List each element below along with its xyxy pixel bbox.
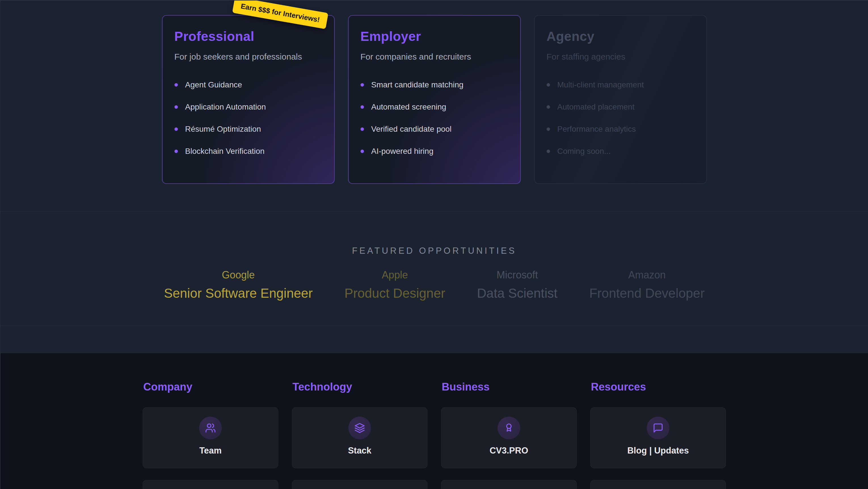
plan-card-employer[interactable]: Employer For companies and recruiters Sm… bbox=[348, 15, 521, 184]
featured-job-amazon[interactable]: Amazon Frontend Developer bbox=[589, 269, 705, 301]
plan-feature: Résumé Optimization bbox=[175, 124, 322, 134]
message-square-icon bbox=[653, 423, 663, 433]
bullet-dot-icon bbox=[175, 127, 178, 131]
feature-label: Agent Guidance bbox=[185, 80, 242, 89]
featured-job-apple[interactable]: Apple Product Designer bbox=[344, 269, 445, 301]
bullet-dot-icon bbox=[547, 149, 550, 153]
plan-feature: Performance analytics bbox=[547, 124, 694, 134]
pricing-section: Earn $$$ for Interviews! Professional Fo… bbox=[1, 1, 868, 212]
bullet-dot-icon bbox=[175, 149, 178, 153]
plan-feature: Automated placement bbox=[547, 103, 694, 112]
plan-title: Professional bbox=[175, 29, 322, 44]
plan-card-agency: Agency For staffing agencies Multi-clien… bbox=[534, 15, 707, 184]
footer-card-blog[interactable]: Blog | Updates bbox=[590, 407, 726, 468]
bullet-dot-icon bbox=[361, 83, 364, 87]
icon-circle bbox=[348, 416, 371, 439]
layers-icon bbox=[354, 423, 365, 433]
job-role: Senior Software Engineer bbox=[164, 286, 313, 301]
footer-column-technology: Technology Stack bbox=[292, 381, 428, 489]
plan-feature: Blockchain Verification bbox=[175, 147, 322, 156]
footer-card-label: CV3.PRO bbox=[490, 445, 528, 456]
section-spacer bbox=[1, 326, 868, 353]
footer-card-label: Stack bbox=[348, 445, 372, 456]
feature-label: Résumé Optimization bbox=[185, 124, 261, 134]
footer-card-label: Blog | Updates bbox=[627, 445, 689, 456]
footer-heading: Business bbox=[442, 381, 577, 393]
footer-card-stack[interactable]: Stack bbox=[292, 407, 428, 468]
footer-column-business: Business CV3.PRO bbox=[441, 381, 577, 489]
job-role: Frontend Developer bbox=[589, 286, 705, 301]
featured-jobs-row: Google Senior Software Engineer Apple Pr… bbox=[1, 269, 868, 301]
feature-label: Application Automation bbox=[185, 103, 266, 112]
plan-feature: AI-powered hiring bbox=[361, 147, 508, 156]
footer-card-cv3pro[interactable]: CV3.PRO bbox=[441, 407, 577, 468]
award-icon bbox=[503, 423, 514, 433]
plan-card-professional[interactable]: Earn $$$ for Interviews! Professional Fo… bbox=[162, 15, 335, 184]
featured-job-microsoft[interactable]: Microsoft Data Scientist bbox=[477, 269, 558, 301]
feature-label: Performance analytics bbox=[557, 124, 636, 134]
footer-heading: Resources bbox=[591, 381, 726, 393]
plan-feature: Verified candidate pool bbox=[361, 124, 508, 134]
plan-feature: Multi-client management bbox=[547, 80, 694, 89]
feature-label: Verified candidate pool bbox=[371, 124, 452, 134]
footer-card-partial[interactable] bbox=[292, 480, 428, 489]
feature-label: Smart candidate matching bbox=[371, 80, 464, 89]
feature-label: Automated placement bbox=[557, 103, 634, 112]
plan-feature-list: Agent Guidance Application Automation Ré… bbox=[175, 80, 322, 156]
job-company: Google bbox=[164, 269, 313, 281]
footer-column-company: Company Team bbox=[143, 381, 278, 489]
feature-label: Automated screening bbox=[371, 103, 446, 112]
featured-heading: FEATURED OPPORTUNITIES bbox=[1, 246, 868, 256]
footer-columns: Company Team Technology Stack bbox=[1, 381, 868, 489]
featured-opportunities-section: FEATURED OPPORTUNITIES Google Senior Sof… bbox=[1, 212, 868, 326]
plan-subtitle: For job seekers and professionals bbox=[175, 52, 322, 62]
job-role: Data Scientist bbox=[477, 286, 558, 301]
footer-card-partial[interactable] bbox=[441, 480, 577, 489]
job-role: Product Designer bbox=[344, 286, 445, 301]
footer-card-team[interactable]: Team bbox=[143, 407, 278, 468]
icon-circle bbox=[647, 416, 670, 439]
footer-column-resources: Resources Blog | Updates bbox=[590, 381, 726, 489]
job-company: Microsoft bbox=[477, 269, 558, 281]
feature-label: Coming soon... bbox=[557, 147, 611, 156]
bullet-dot-icon bbox=[361, 149, 364, 153]
bullet-dot-icon bbox=[547, 83, 550, 87]
bullet-dot-icon bbox=[175, 105, 178, 109]
icon-circle bbox=[498, 416, 520, 439]
footer-heading: Technology bbox=[292, 381, 428, 393]
footer-card-partial[interactable] bbox=[590, 480, 726, 489]
users-icon bbox=[205, 423, 216, 433]
bullet-dot-icon bbox=[361, 105, 364, 109]
plan-feature-list: Smart candidate matching Automated scree… bbox=[361, 80, 508, 156]
plan-title: Agency bbox=[547, 29, 694, 44]
plan-feature: Automated screening bbox=[361, 103, 508, 112]
bullet-dot-icon bbox=[361, 127, 364, 131]
plan-subtitle: For companies and recruiters bbox=[361, 52, 508, 62]
footer-card-label: Team bbox=[199, 445, 222, 456]
plan-feature: Coming soon... bbox=[547, 147, 694, 156]
featured-job-google[interactable]: Google Senior Software Engineer bbox=[164, 269, 313, 301]
icon-circle bbox=[199, 416, 222, 439]
feature-label: AI-powered hiring bbox=[371, 147, 433, 156]
plan-subtitle: For staffing agencies bbox=[547, 52, 694, 62]
plan-feature: Application Automation bbox=[175, 103, 322, 112]
plan-feature-list: Multi-client management Automated placem… bbox=[547, 80, 694, 156]
earn-ribbon-badge: Earn $$$ for Interviews! bbox=[232, 0, 329, 29]
footer-heading: Company bbox=[143, 381, 278, 393]
footer-card-partial[interactable] bbox=[143, 480, 278, 489]
feature-label: Blockchain Verification bbox=[185, 147, 265, 156]
footer: Company Team Technology Stack bbox=[1, 353, 868, 489]
bullet-dot-icon bbox=[547, 105, 550, 109]
job-company: Apple bbox=[344, 269, 445, 281]
bullet-dot-icon bbox=[547, 127, 550, 131]
plan-feature: Agent Guidance bbox=[175, 80, 322, 89]
plan-title: Employer bbox=[361, 29, 508, 44]
feature-label: Multi-client management bbox=[557, 80, 644, 89]
bullet-dot-icon bbox=[175, 83, 178, 87]
job-company: Amazon bbox=[589, 269, 705, 281]
plan-feature: Smart candidate matching bbox=[361, 80, 508, 89]
